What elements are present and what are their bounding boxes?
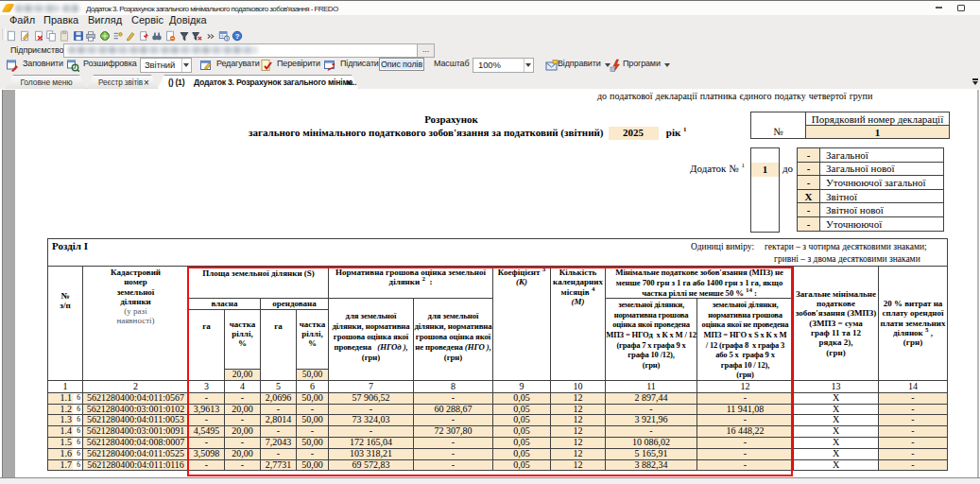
svg-text:?: ? xyxy=(235,32,240,41)
